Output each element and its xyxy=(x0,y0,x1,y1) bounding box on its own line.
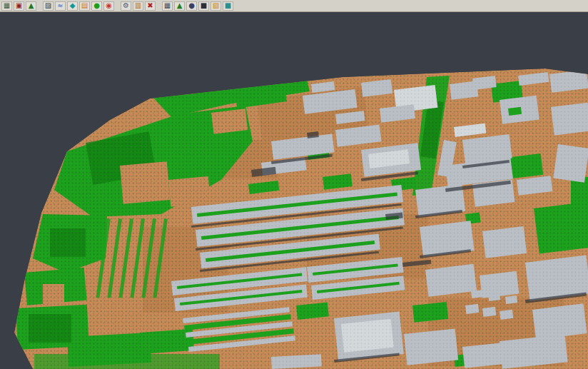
amber-box-icon[interactable]: ▧ xyxy=(211,1,221,11)
orange-box-icon[interactable]: ▤ xyxy=(79,1,90,11)
terrain-icon[interactable]: ▲ xyxy=(26,1,36,11)
scene-svg xyxy=(0,12,588,369)
teal-square-icon[interactable]: ■ xyxy=(223,1,233,11)
hatch-icon[interactable]: ▥ xyxy=(133,1,143,11)
water-icon[interactable]: ≈ xyxy=(55,1,66,11)
teal-diamond-icon[interactable]: ◆ xyxy=(67,1,78,11)
pointcloud-grain-overlay xyxy=(0,64,588,369)
dark-tile-icon[interactable]: ▨ xyxy=(43,1,54,11)
dark-square-icon[interactable]: ■ xyxy=(198,1,209,11)
grid-icon[interactable]: ▦ xyxy=(1,1,12,11)
main-toolbar: ▦▣▲▨≈◆▤●◉⚙▥✖▦▲●■▧■ xyxy=(0,0,588,12)
terrain-pointcloud xyxy=(0,64,588,369)
application-window: ▦▣▲▨≈◆▤●◉⚙▥✖▦▲●■▧■ xyxy=(0,0,588,369)
tree-icon[interactable]: ▲ xyxy=(174,1,185,11)
red-layers-icon[interactable]: ▣ xyxy=(14,1,24,11)
green-dot-icon[interactable]: ● xyxy=(91,1,102,11)
viewport-3d[interactable] xyxy=(0,12,588,369)
dark-grid-icon[interactable]: ▦ xyxy=(162,1,173,11)
gear-icon[interactable]: ⚙ xyxy=(121,1,131,11)
close-icon[interactable]: ✖ xyxy=(145,1,156,11)
globe-icon[interactable]: ● xyxy=(186,1,197,11)
target-icon[interactable]: ◉ xyxy=(103,1,114,11)
